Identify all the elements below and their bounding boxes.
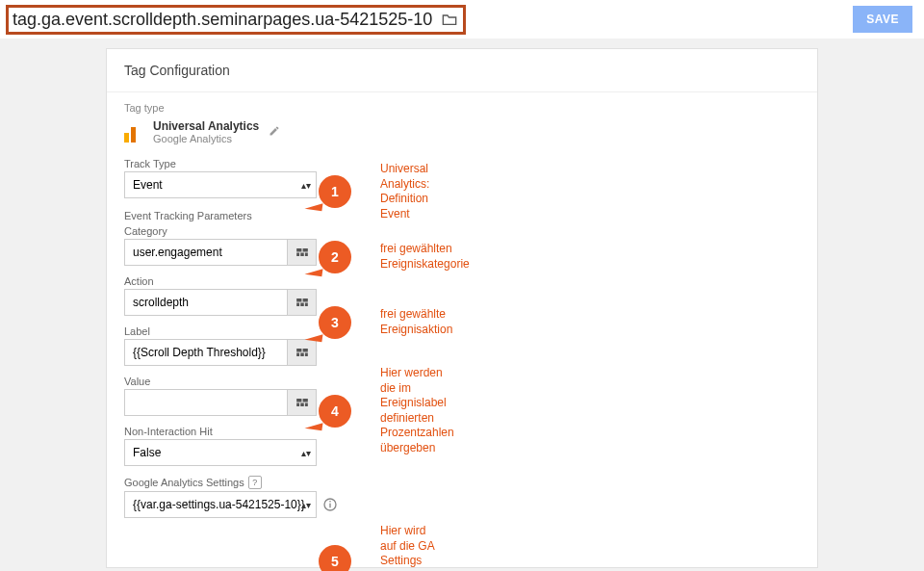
brick-icon bbox=[295, 247, 309, 258]
callout-text: frei gewählten Ereigniskategorie bbox=[380, 242, 470, 272]
variable-picker-button[interactable] bbox=[288, 239, 317, 266]
track-type-label: Track Type bbox=[124, 158, 800, 169]
top-bar: tag.ga.event.scrolldepth.seminarpages.ua… bbox=[0, 0, 924, 39]
category-label: Category bbox=[124, 225, 800, 237]
pencil-icon[interactable] bbox=[269, 125, 280, 140]
callout-text: Hier werden die im Ereignislabel definie… bbox=[380, 366, 454, 456]
svg-rect-2 bbox=[329, 501, 330, 502]
tag-type-sub: Google Analytics bbox=[153, 133, 259, 144]
folder-icon[interactable] bbox=[442, 13, 457, 26]
ga-settings-select[interactable] bbox=[124, 491, 317, 518]
tag-type-name: Universal Analytics bbox=[153, 119, 259, 133]
callout-5: 5 Hier wird auf die GA Settings Variable… bbox=[319, 524, 439, 571]
tag-name[interactable]: tag.ga.event.scrolldepth.seminarpages.ua… bbox=[13, 10, 432, 30]
card-title: Tag Configuration bbox=[107, 49, 817, 92]
callout-3: 3 frei gewählte Ereignisaktion bbox=[319, 306, 452, 339]
callout-2: 2 frei gewählten Ereigniskategorie bbox=[319, 241, 470, 273]
svg-rect-1 bbox=[329, 504, 330, 508]
callout-bubble: 2 bbox=[319, 241, 351, 273]
action-input[interactable] bbox=[124, 289, 288, 316]
brick-icon bbox=[295, 297, 309, 308]
help-icon[interactable]: ? bbox=[248, 476, 262, 489]
variable-picker-button[interactable] bbox=[288, 289, 317, 316]
brick-icon bbox=[295, 347, 309, 358]
callout-bubble: 4 bbox=[319, 395, 351, 428]
tag-type-label: Tag type bbox=[124, 102, 800, 114]
value-input[interactable] bbox=[124, 389, 288, 416]
brick-icon bbox=[295, 397, 309, 408]
callout-bubble: 3 bbox=[319, 306, 351, 339]
analytics-icon bbox=[124, 121, 145, 143]
save-button[interactable]: SAVE bbox=[853, 6, 912, 33]
nih-label: Non-Interaction Hit bbox=[124, 426, 800, 437]
callout-text: Universal Analytics: Definition Event bbox=[380, 162, 429, 221]
gas-label-row: Google Analytics Settings ? bbox=[124, 476, 800, 489]
nih-select[interactable] bbox=[124, 439, 317, 466]
variable-picker-button[interactable] bbox=[288, 339, 317, 366]
tag-config-card: Tag Configuration Tag type Universal Ana… bbox=[106, 48, 818, 568]
action-label: Action bbox=[124, 275, 800, 287]
tag-type-row[interactable]: Universal Analytics Google Analytics bbox=[124, 119, 800, 144]
value-label: Value bbox=[124, 376, 800, 387]
info-icon[interactable] bbox=[322, 497, 338, 512]
callout-text: frei gewählte Ereignisaktion bbox=[380, 307, 452, 337]
callout-4: 4 Hier werden die im Ereignislabel defin… bbox=[319, 366, 454, 456]
tag-name-highlight: tag.ga.event.scrolldepth.seminarpages.ua… bbox=[6, 5, 466, 35]
etp-label: Event Tracking Parameters bbox=[124, 210, 800, 221]
track-type-select[interactable] bbox=[124, 171, 317, 198]
variable-picker-button[interactable] bbox=[288, 389, 317, 416]
callout-bubble: 1 bbox=[319, 175, 351, 208]
label-label: Label bbox=[124, 325, 800, 337]
callout-text: Hier wird auf die GA Settings Variable r… bbox=[380, 524, 439, 571]
callout-bubble: 5 bbox=[319, 545, 351, 571]
label-input[interactable] bbox=[124, 339, 288, 366]
category-input[interactable] bbox=[124, 239, 288, 266]
gas-label: Google Analytics Settings bbox=[124, 477, 244, 488]
callout-1: 1 Universal Analytics: Definition Event bbox=[319, 162, 429, 221]
